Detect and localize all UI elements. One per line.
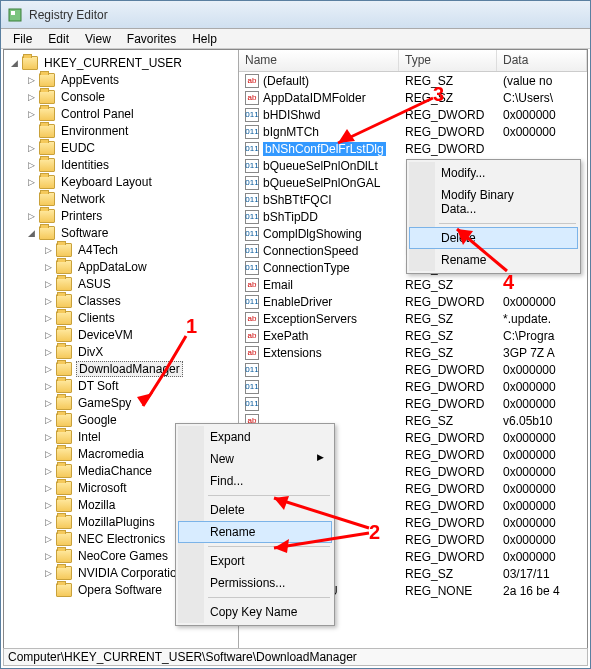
- list-row[interactable]: 011REG_DWORD0x000000: [239, 361, 587, 378]
- tree-item[interactable]: ▷Classes: [4, 292, 238, 309]
- menu-item[interactable]: Delete: [178, 499, 332, 521]
- list-row[interactable]: abExePathREG_SZC:\Progra: [239, 327, 587, 344]
- expand-icon[interactable]: ▷: [25, 74, 37, 86]
- menu-file[interactable]: File: [5, 30, 40, 48]
- menu-item[interactable]: Find...: [178, 470, 332, 492]
- tree-item[interactable]: ▷AppDataLow: [4, 258, 238, 275]
- expand-icon[interactable]: ▷: [42, 380, 54, 392]
- tree-label[interactable]: NeoCore Games: [76, 549, 170, 563]
- tree-label[interactable]: Intel: [76, 430, 103, 444]
- tree-label[interactable]: Microsoft: [76, 481, 129, 495]
- tree-label[interactable]: DT Soft: [76, 379, 120, 393]
- tree-item[interactable]: ▷DivX: [4, 343, 238, 360]
- list-row[interactable]: abAppDataIDMFolderREG_SZC:\Users\: [239, 89, 587, 106]
- expand-icon[interactable]: ▷: [25, 91, 37, 103]
- expand-icon[interactable]: ▷: [42, 346, 54, 358]
- expand-icon[interactable]: ▷: [42, 414, 54, 426]
- tree-label[interactable]: MediaChance: [76, 464, 154, 478]
- tree-item[interactable]: ▷Control Panel: [4, 105, 238, 122]
- tree-label[interactable]: DivX: [76, 345, 105, 359]
- tree-label[interactable]: Identities: [59, 158, 111, 172]
- col-header-name[interactable]: Name: [239, 50, 399, 71]
- menu-item[interactable]: Permissions...: [178, 572, 332, 594]
- tree-item-root[interactable]: ◢HKEY_CURRENT_USER: [4, 54, 238, 71]
- tree-label[interactable]: NEC Electronics: [76, 532, 167, 546]
- menu-item[interactable]: Export: [178, 550, 332, 572]
- expand-icon[interactable]: ▷: [25, 159, 37, 171]
- tree-label[interactable]: Keyboard Layout: [59, 175, 154, 189]
- list-row[interactable]: 011bHDIShwdREG_DWORD0x000000: [239, 106, 587, 123]
- expand-icon[interactable]: ▷: [25, 108, 37, 120]
- tree-label[interactable]: ASUS: [76, 277, 113, 291]
- tree-label[interactable]: Console: [59, 90, 107, 104]
- expand-icon[interactable]: ▷: [42, 312, 54, 324]
- collapse-icon[interactable]: ◢: [8, 57, 20, 69]
- tree-label[interactable]: AppEvents: [59, 73, 121, 87]
- menu-item[interactable]: Copy Key Name: [178, 601, 332, 623]
- tree-label[interactable]: Software: [59, 226, 110, 240]
- tree-label[interactable]: Network: [59, 192, 107, 206]
- tree-label[interactable]: Control Panel: [59, 107, 136, 121]
- tree-label[interactable]: MozillaPlugins: [76, 515, 157, 529]
- tree-item[interactable]: ▷DeviceVM: [4, 326, 238, 343]
- menu-item[interactable]: Modify...: [409, 162, 578, 184]
- expand-icon[interactable]: ▷: [42, 278, 54, 290]
- tree-label[interactable]: Environment: [59, 124, 130, 138]
- expand-icon[interactable]: ▷: [42, 244, 54, 256]
- collapse-icon[interactable]: ◢: [25, 227, 37, 239]
- expand-icon[interactable]: ▷: [42, 329, 54, 341]
- expand-icon[interactable]: [42, 584, 54, 596]
- tree-label[interactable]: A4Tech: [76, 243, 120, 257]
- list-row[interactable]: 011bIgnMTChREG_DWORD0x000000: [239, 123, 587, 140]
- tree-label[interactable]: DownloadManager: [76, 361, 183, 377]
- expand-icon[interactable]: ▷: [42, 567, 54, 579]
- tree-item[interactable]: ▷Identities: [4, 156, 238, 173]
- menu-help[interactable]: Help: [184, 30, 225, 48]
- tree-item[interactable]: ▷Keyboard Layout: [4, 173, 238, 190]
- list-row[interactable]: 011REG_DWORD0x000000: [239, 395, 587, 412]
- tree-item[interactable]: ▷DownloadManager: [4, 360, 238, 377]
- list-row[interactable]: abEmailREG_SZ: [239, 276, 587, 293]
- tree-label[interactable]: Opera Software: [76, 583, 164, 597]
- list-row[interactable]: 011REG_DWORD0x000000: [239, 378, 587, 395]
- expand-icon[interactable]: ▷: [42, 431, 54, 443]
- expand-icon[interactable]: ▷: [42, 261, 54, 273]
- tree-item[interactable]: ▷Console: [4, 88, 238, 105]
- tree-label[interactable]: AppDataLow: [76, 260, 149, 274]
- expand-icon[interactable]: ▷: [25, 142, 37, 154]
- expand-icon[interactable]: [25, 193, 37, 205]
- tree-label[interactable]: HKEY_CURRENT_USER: [42, 56, 184, 70]
- menu-edit[interactable]: Edit: [40, 30, 77, 48]
- tree-item[interactable]: ▷A4Tech: [4, 241, 238, 258]
- list-row[interactable]: abExceptionServersREG_SZ*.update.: [239, 310, 587, 327]
- tree-label[interactable]: GameSpy: [76, 396, 133, 410]
- tree-label[interactable]: Google: [76, 413, 119, 427]
- menu-favorites[interactable]: Favorites: [119, 30, 184, 48]
- tree-label[interactable]: Printers: [59, 209, 104, 223]
- tree-label[interactable]: EUDC: [59, 141, 97, 155]
- menu-item[interactable]: Rename: [409, 249, 578, 271]
- expand-icon[interactable]: [25, 125, 37, 137]
- col-header-type[interactable]: Type: [399, 50, 497, 71]
- expand-icon[interactable]: ▷: [42, 533, 54, 545]
- menu-item[interactable]: Delete: [409, 227, 578, 249]
- expand-icon[interactable]: ▷: [42, 363, 54, 375]
- expand-icon[interactable]: ▷: [25, 210, 37, 222]
- tree-label[interactable]: Mozilla: [76, 498, 117, 512]
- tree-item[interactable]: ▷ASUS: [4, 275, 238, 292]
- expand-icon[interactable]: ▷: [25, 176, 37, 188]
- tree-item[interactable]: ▷GameSpy: [4, 394, 238, 411]
- tree-item[interactable]: ◢Software: [4, 224, 238, 241]
- expand-icon[interactable]: ▷: [42, 516, 54, 528]
- tree-item[interactable]: ▷Printers: [4, 207, 238, 224]
- tree-item[interactable]: Environment: [4, 122, 238, 139]
- list-row[interactable]: ab(Default)REG_SZ(value no: [239, 72, 587, 89]
- expand-icon[interactable]: ▷: [42, 295, 54, 307]
- expand-icon[interactable]: ▷: [42, 499, 54, 511]
- tree-label[interactable]: NVIDIA Corporation: [76, 566, 185, 580]
- menu-item[interactable]: Expand: [178, 426, 332, 448]
- list-row[interactable]: 011EnableDriverREG_DWORD0x000000: [239, 293, 587, 310]
- expand-icon[interactable]: ▷: [42, 465, 54, 477]
- tree-label[interactable]: Classes: [76, 294, 123, 308]
- tree-item[interactable]: ▷EUDC: [4, 139, 238, 156]
